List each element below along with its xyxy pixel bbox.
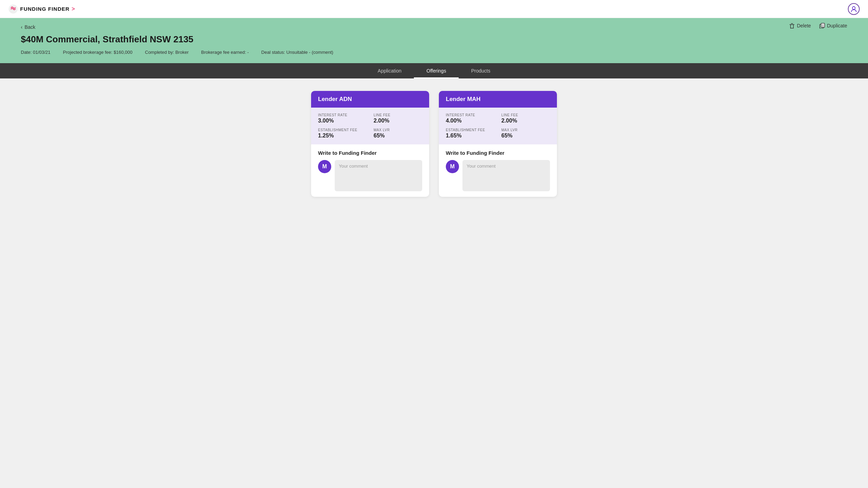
delete-button[interactable]: Delete	[789, 23, 811, 28]
mah-user-avatar: M	[446, 160, 459, 173]
mah-interest-rate-value: 4.00%	[446, 118, 494, 124]
mah-interest-rate: INTEREST RATE 4.00%	[446, 113, 494, 124]
adn-establishment-fee-value: 1.25%	[318, 133, 367, 139]
mah-establishment-fee-label: ESTABLISHMENT FEE	[446, 128, 494, 132]
lender-mah-comment-section: Write to Funding Finder M	[439, 144, 557, 197]
back-button[interactable]: ‹ Back	[21, 24, 35, 30]
deal-meta: Date: 01/03/21 Projected brokerage fee: …	[21, 50, 847, 55]
tab-application[interactable]: Application	[365, 63, 414, 78]
main-content: Lender ADN INTEREST RATE 3.00% LINE FEE …	[0, 78, 868, 209]
lender-mah-header: Lender MAH	[439, 91, 557, 108]
meta-completed-by: Completed by: Broker	[145, 50, 189, 55]
tab-products[interactable]: Products	[459, 63, 503, 78]
lender-adn-header: Lender ADN	[311, 91, 429, 108]
logo-text: FUNDING FINDER	[20, 6, 69, 12]
adn-max-lvr-label: MAX LVR	[374, 128, 422, 132]
mah-max-lvr-value: 65%	[501, 133, 550, 139]
lender-adn-name: Lender ADN	[318, 96, 352, 102]
mah-comment-input[interactable]	[462, 160, 550, 191]
adn-line-fee: LINE FEE 2.00%	[374, 113, 422, 124]
mah-interest-rate-label: INTEREST RATE	[446, 113, 494, 117]
adn-comment-input[interactable]	[335, 160, 422, 191]
adn-establishment-fee: ESTABLISHMENT FEE 1.25%	[318, 128, 367, 139]
adn-max-lvr-value: 65%	[374, 133, 422, 139]
meta-deal-status: Deal status: Unsuitable - (comment)	[261, 50, 333, 55]
lender-adn-rates: INTEREST RATE 3.00% LINE FEE 2.00% ESTAB…	[311, 108, 429, 144]
deal-title: $40M Commercial, Strathfield NSW 2135	[21, 34, 847, 45]
adn-line-fee-value: 2.00%	[374, 118, 422, 124]
svg-rect-4	[790, 25, 791, 28]
banner-top-row: ‹ Back Delete	[21, 24, 847, 34]
svg-rect-3	[791, 23, 793, 24]
adn-establishment-fee-label: ESTABLISHMENT FEE	[318, 128, 367, 132]
svg-point-1	[852, 7, 855, 9]
mah-line-fee-value: 2.00%	[501, 118, 550, 124]
duplicate-label: Duplicate	[827, 23, 847, 28]
lender-mah-name: Lender MAH	[446, 96, 481, 102]
adn-comment-row: M	[318, 160, 422, 191]
delete-icon	[789, 23, 795, 28]
delete-label: Delete	[797, 23, 811, 28]
mah-comment-row: M	[446, 160, 550, 191]
adn-line-fee-label: LINE FEE	[374, 113, 422, 117]
logo-icon	[8, 4, 18, 14]
tabs-nav: Application Offerings Products	[0, 63, 868, 78]
svg-rect-5	[793, 25, 794, 28]
logo: FUNDING FINDER >	[8, 4, 75, 14]
adn-user-avatar: M	[318, 160, 331, 173]
logo-arrow: >	[72, 6, 75, 12]
adn-write-to-label: Write to Funding Finder	[318, 150, 422, 156]
back-chevron-icon: ‹	[21, 24, 23, 30]
mah-max-lvr-label: MAX LVR	[501, 128, 550, 132]
svg-rect-6	[790, 28, 794, 29]
back-label: Back	[25, 24, 35, 30]
mah-establishment-fee: ESTABLISHMENT FEE 1.65%	[446, 128, 494, 139]
header-right	[848, 3, 860, 15]
adn-interest-rate-label: INTEREST RATE	[318, 113, 367, 117]
duplicate-button[interactable]: Duplicate	[819, 23, 847, 28]
meta-date: Date: 01/03/21	[21, 50, 50, 55]
adn-interest-rate-value: 3.00%	[318, 118, 367, 124]
duplicate-icon	[819, 23, 825, 28]
banner-actions: Delete Duplicate	[789, 23, 847, 28]
meta-brokerage-earned: Brokerage fee earned: -	[201, 50, 249, 55]
lender-card-mah: Lender MAH INTEREST RATE 4.00% LINE FEE …	[439, 91, 557, 197]
tab-offerings[interactable]: Offerings	[414, 63, 459, 78]
lender-mah-rates: INTEREST RATE 4.00% LINE FEE 2.00% ESTAB…	[439, 108, 557, 144]
mah-write-to-label: Write to Funding Finder	[446, 150, 550, 156]
mah-establishment-fee-value: 1.65%	[446, 133, 494, 139]
adn-max-lvr: MAX LVR 65%	[374, 128, 422, 139]
adn-interest-rate: INTEREST RATE 3.00%	[318, 113, 367, 124]
meta-projected-brokerage: Projected brokerage fee: $160,000	[63, 50, 132, 55]
mah-line-fee-label: LINE FEE	[501, 113, 550, 117]
deal-banner: ‹ Back Delete	[0, 18, 868, 63]
user-avatar-header[interactable]	[848, 3, 860, 15]
mah-max-lvr: MAX LVR 65%	[501, 128, 550, 139]
mah-line-fee: LINE FEE 2.00%	[501, 113, 550, 124]
lender-adn-comment-section: Write to Funding Finder M	[311, 144, 429, 197]
lender-card-adn: Lender ADN INTEREST RATE 3.00% LINE FEE …	[311, 91, 429, 197]
app-header: FUNDING FINDER >	[0, 0, 868, 18]
